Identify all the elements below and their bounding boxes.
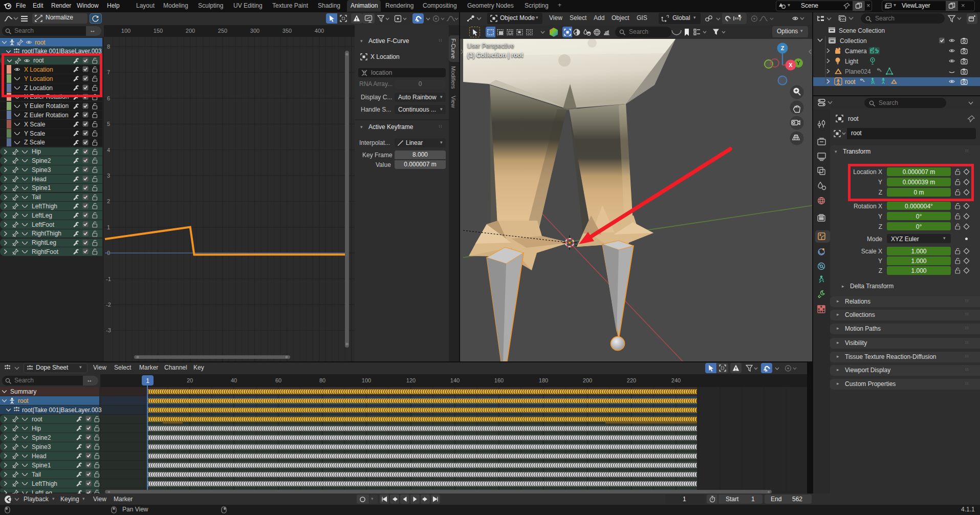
svg-text:Light: Light: [845, 58, 859, 65]
svg-text:60: 60: [275, 377, 281, 383]
svg-text:250: 250: [218, 28, 227, 34]
svg-text:40: 40: [231, 377, 237, 383]
svg-text:3: 3: [107, 173, 110, 179]
svg-text:120: 120: [406, 377, 416, 383]
svg-text:160: 160: [494, 377, 504, 383]
svg-text:5: 5: [107, 121, 110, 127]
svg-text:400: 400: [315, 28, 324, 34]
svg-text:Plane024: Plane024: [845, 68, 871, 75]
svg-text:1: 1: [146, 377, 149, 384]
svg-text:Camera: Camera: [845, 48, 867, 55]
svg-text:4: 4: [107, 147, 110, 153]
svg-text:7: 7: [107, 69, 110, 75]
svg-text:Y: Y: [796, 60, 800, 66]
svg-text:100: 100: [121, 28, 130, 34]
svg-text:240: 240: [671, 377, 681, 383]
svg-text:6: 6: [107, 95, 110, 101]
svg-text:-2: -2: [106, 302, 111, 308]
svg-text:350: 350: [282, 28, 292, 34]
svg-text:200: 200: [583, 377, 592, 383]
svg-text:220: 220: [627, 377, 636, 383]
svg-text:root: root: [845, 78, 856, 85]
svg-text:-1: -1: [106, 276, 111, 282]
svg-text:300: 300: [250, 28, 259, 34]
svg-text:2: 2: [107, 198, 110, 204]
svg-text:100: 100: [362, 377, 371, 383]
svg-text:Collection: Collection: [840, 37, 867, 45]
svg-text:8: 8: [107, 44, 110, 50]
svg-text:Z: Z: [781, 45, 785, 51]
svg-text:180: 180: [539, 377, 548, 383]
svg-text:1: 1: [107, 224, 110, 230]
svg-text:80: 80: [319, 377, 325, 383]
svg-text:150: 150: [154, 28, 163, 34]
svg-text:Scene Collection: Scene Collection: [839, 27, 885, 34]
svg-text:200: 200: [186, 28, 195, 34]
svg-text:X: X: [789, 62, 793, 68]
svg-text:140: 140: [450, 377, 460, 383]
svg-text:-3: -3: [106, 327, 111, 333]
svg-text:20: 20: [187, 377, 193, 383]
